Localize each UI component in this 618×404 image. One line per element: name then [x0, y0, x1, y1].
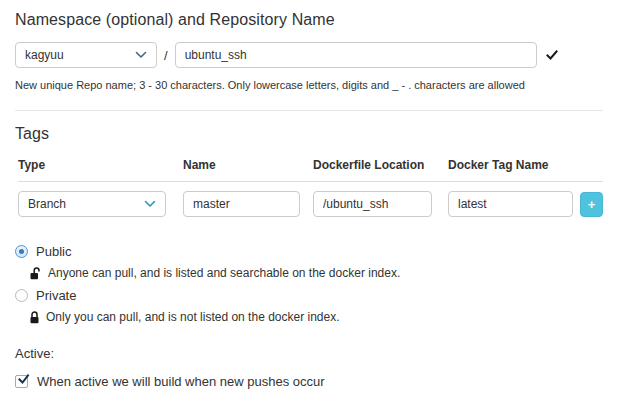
public-radio[interactable]	[15, 245, 28, 258]
visibility-section: Public Anyone can pull, and is listed an…	[15, 244, 603, 324]
chevron-down-icon	[144, 197, 156, 211]
private-radio-label[interactable]: Private	[36, 288, 76, 303]
active-label: Active:	[15, 346, 603, 361]
lock-icon	[30, 311, 39, 324]
repo-name-input[interactable]	[175, 42, 537, 68]
private-description-row: Only you can pull, and is not listed on …	[30, 310, 603, 324]
active-checkbox-row[interactable]: When active we will build when new pushe…	[15, 374, 603, 389]
tags-table-header-row: Type Name Dockerfile Location Docker Tag…	[18, 158, 603, 182]
namespace-row: kagyuu /	[15, 42, 603, 68]
column-header-docker-tag-name: Docker Tag Name	[448, 158, 573, 172]
private-description: Only you can pull, and is not listed on …	[46, 310, 340, 324]
private-radio[interactable]	[15, 289, 28, 302]
radio-dot	[19, 249, 24, 254]
repo-name-helper-text: New unique Repo name; 3 - 30 characters.…	[15, 79, 603, 91]
active-checkbox-label[interactable]: When active we will build when new pushe…	[37, 374, 325, 389]
unlock-icon	[30, 267, 41, 280]
dockerfile-location-input[interactable]	[313, 191, 432, 217]
active-section: Active: When active we will build when n…	[15, 346, 603, 389]
table-row: Branch +	[18, 191, 603, 217]
namespace-select[interactable]: kagyuu	[15, 42, 157, 68]
namespace-separator: /	[164, 48, 168, 63]
tags-table: Type Name Dockerfile Location Docker Tag…	[15, 158, 603, 217]
check-icon	[546, 50, 558, 61]
section-divider	[15, 110, 603, 111]
column-header-name: Name	[183, 158, 313, 172]
namespace-section-heading: Namespace (optional) and Repository Name	[15, 11, 603, 29]
radio-option-public[interactable]: Public	[15, 244, 603, 259]
active-checkbox[interactable]	[15, 375, 28, 388]
add-tag-button[interactable]: +	[580, 192, 603, 217]
column-header-dockerfile-location: Dockerfile Location	[313, 158, 448, 172]
tags-section-heading: Tags	[15, 125, 603, 143]
tag-type-select[interactable]: Branch	[18, 191, 166, 217]
public-description: Anyone can pull, and is listed and searc…	[48, 266, 400, 280]
chevron-down-icon	[135, 48, 147, 62]
docker-tag-name-input[interactable]	[448, 191, 573, 217]
radio-option-private[interactable]: Private	[15, 288, 603, 303]
public-description-row: Anyone can pull, and is listed and searc…	[30, 266, 603, 280]
public-radio-label[interactable]: Public	[36, 244, 71, 259]
namespace-select-value: kagyuu	[25, 48, 64, 62]
tag-name-input[interactable]	[183, 191, 300, 217]
tag-type-select-value: Branch	[28, 197, 66, 211]
column-header-type: Type	[18, 158, 183, 172]
create-repository-form: Namespace (optional) and Repository Name…	[0, 0, 618, 404]
